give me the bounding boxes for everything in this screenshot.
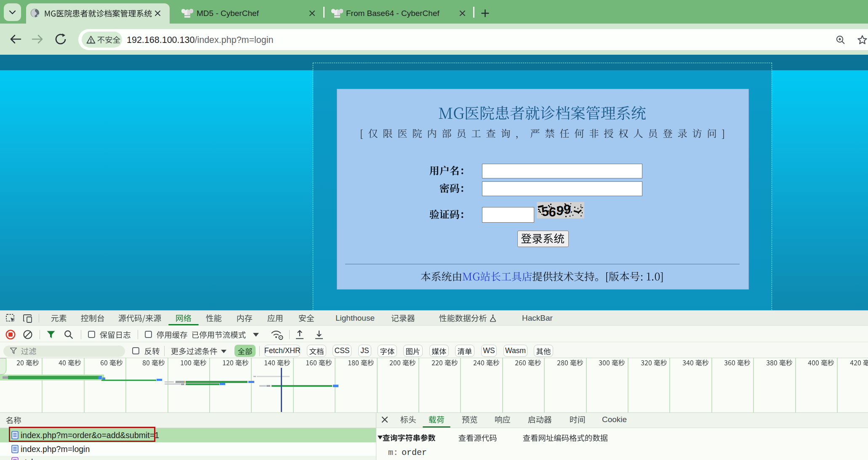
svg-text:9: 9 [563, 202, 572, 217]
